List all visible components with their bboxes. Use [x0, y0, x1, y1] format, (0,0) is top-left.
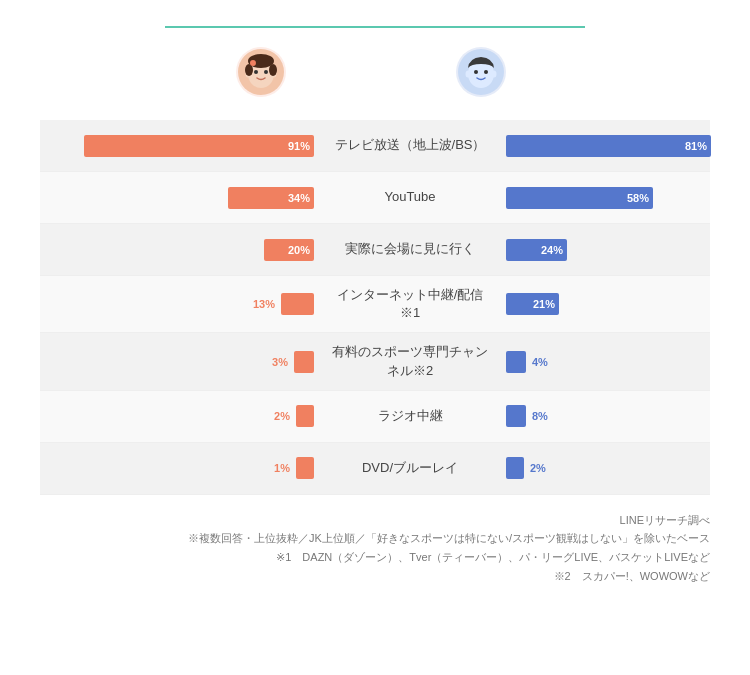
- footnote-section: LINEリサーチ調べ※複数回答・上位抜粋／JK上位順／「好きなスポーツは特にない…: [40, 511, 710, 586]
- jk-bar: [296, 405, 314, 427]
- jk-legend-top: [235, 46, 295, 98]
- footnote-line: LINEリサーチ調べ: [40, 511, 710, 530]
- svg-point-9: [269, 64, 277, 76]
- svg-point-8: [245, 64, 253, 76]
- chart-container: 91%テレビ放送（地上波/BS）81%34%YouTube58%20%実際に会場…: [40, 120, 710, 495]
- dk-bar-side: 21%: [500, 293, 750, 315]
- row-label: ラジオ中継: [320, 407, 500, 425]
- chart-row: 13%インターネット中継/配信※121%: [40, 276, 710, 333]
- svg-point-14: [474, 70, 478, 74]
- dk-bar: [506, 351, 526, 373]
- jk-bar-side: 2%: [40, 405, 320, 427]
- row-label: DVD/ブルーレイ: [320, 459, 500, 477]
- row-label: インターネット中継/配信※1: [320, 286, 500, 322]
- title-underline: [165, 26, 585, 28]
- row-label: テレビ放送（地上波/BS）: [320, 136, 500, 154]
- dk-bar-side: 8%: [500, 405, 750, 427]
- dk-bar-side: 81%: [500, 135, 750, 157]
- dk-pct-label: 58%: [627, 192, 649, 204]
- jk-bar: [281, 293, 314, 315]
- jk-avatar-icon: [235, 46, 287, 98]
- chart-row: 1%DVD/ブルーレイ2%: [40, 443, 710, 495]
- jk-bar-side: 20%: [40, 239, 320, 261]
- svg-point-15: [484, 70, 488, 74]
- jk-pct-label: 3%: [272, 356, 288, 368]
- dk-avatar-icon: [455, 46, 507, 98]
- svg-point-17: [492, 71, 497, 78]
- jk-bar: 34%: [228, 187, 314, 209]
- footnote-line: ※2 スカパー!、WOWOWなど: [40, 567, 710, 586]
- jk-pct-label: 34%: [288, 192, 310, 204]
- legend-row: [40, 46, 710, 102]
- chart-row: 34%YouTube58%: [40, 172, 710, 224]
- dk-bar-side: 2%: [500, 457, 750, 479]
- jk-legend: [235, 46, 295, 102]
- footnote-line: ※複数回答・上位抜粋／JK上位順／「好きなスポーツは特にない/スポーツ観戦はしな…: [40, 529, 710, 548]
- dk-legend: [455, 46, 515, 102]
- dk-bar: 58%: [506, 187, 653, 209]
- row-label: 有料のスポーツ専門チャンネル※2: [320, 343, 500, 379]
- dk-bar: 21%: [506, 293, 559, 315]
- dk-pct-label: 21%: [533, 298, 555, 310]
- dk-bar: [506, 457, 524, 479]
- dk-bar: 24%: [506, 239, 567, 261]
- svg-point-3: [254, 70, 258, 74]
- jk-bar: 91%: [84, 135, 314, 157]
- dk-pct-label: 8%: [532, 410, 548, 422]
- footnote-line: ※1 DAZN（ダゾーン）、Tver（ティーバー）、パ・リーグLIVE、バスケッ…: [40, 548, 710, 567]
- jk-bar-side: 1%: [40, 457, 320, 479]
- jk-bar-side: 13%: [40, 293, 320, 315]
- jk-pct-label: 13%: [253, 298, 275, 310]
- jk-pct-label: 20%: [288, 244, 310, 256]
- dk-pct-label: 2%: [530, 462, 546, 474]
- dk-bar: 81%: [506, 135, 711, 157]
- chart-row: 20%実際に会場に見に行く24%: [40, 224, 710, 276]
- dk-pct-label: 24%: [541, 244, 563, 256]
- title-section: [40, 26, 710, 28]
- svg-point-10: [250, 60, 256, 66]
- svg-point-4: [264, 70, 268, 74]
- dk-pct-label: 81%: [685, 140, 707, 152]
- jk-bar: [294, 351, 314, 373]
- jk-bar-side: 3%: [40, 351, 320, 373]
- chart-row: 3%有料のスポーツ専門チャンネル※24%: [40, 333, 710, 390]
- jk-pct-label: 2%: [274, 410, 290, 422]
- jk-bar-side: 34%: [40, 187, 320, 209]
- jk-bar: [296, 457, 314, 479]
- dk-bar: [506, 405, 526, 427]
- jk-pct-label: 91%: [288, 140, 310, 152]
- dk-bar-side: 58%: [500, 187, 750, 209]
- dk-bar-side: 4%: [500, 351, 750, 373]
- jk-bar-side: 91%: [40, 135, 320, 157]
- dk-legend-top: [455, 46, 515, 98]
- chart-row: 91%テレビ放送（地上波/BS）81%: [40, 120, 710, 172]
- chart-row: 2%ラジオ中継8%: [40, 391, 710, 443]
- jk-pct-label: 1%: [274, 462, 290, 474]
- row-label: YouTube: [320, 188, 500, 206]
- dk-bar-side: 24%: [500, 239, 750, 261]
- dk-pct-label: 4%: [532, 356, 548, 368]
- jk-bar: 20%: [264, 239, 314, 261]
- row-label: 実際に会場に見に行く: [320, 240, 500, 258]
- svg-point-16: [466, 71, 471, 78]
